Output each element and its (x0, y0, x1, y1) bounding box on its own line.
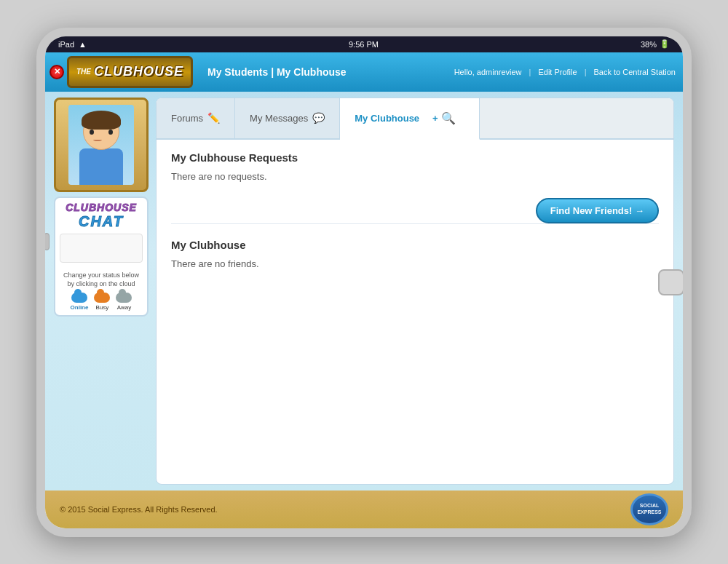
search-person-icon: 🔍 (441, 111, 456, 125)
chat-title-chat: CHAT (66, 213, 137, 229)
logo-wrapper: THE CLUBHOUSE (67, 56, 193, 88)
chat-status-text: Change your status below by clicking on … (60, 271, 143, 288)
nav-breadcrumb: My Students | My Clubhouse (207, 66, 454, 78)
chat-title: CLUBHOUSE CHAT (66, 202, 137, 229)
chat-title-clubhouse: CLUBHOUSE (66, 202, 137, 213)
badge-line1: SOCIAL (640, 503, 659, 509)
app-content: ✕ THE CLUBHOUSE My Students | My Clubhou… (45, 52, 683, 528)
status-away-label: Away (117, 304, 131, 311)
requests-section: My Clubhouse Requests There are no reque… (171, 151, 659, 182)
avatar-figure (68, 105, 134, 185)
cloud-away-icon (116, 293, 132, 303)
time-display: 9:56 PM (349, 40, 379, 49)
tab-clubhouse[interactable]: My Clubhouse + 🔍 (340, 98, 479, 140)
chat-box: CLUBHOUSE CHAT Change your status below … (54, 196, 149, 317)
tabs-bar: Forums ✏️ My Messages 💬 My Clubhouse + 🔍 (157, 98, 673, 140)
tab-forums[interactable]: Forums ✏️ (157, 98, 235, 138)
nav-links: Hello, adminreview | Edit Profile | Back… (454, 68, 676, 76)
device-label: iPad (58, 40, 74, 49)
close-button[interactable]: ✕ (50, 65, 64, 79)
status-online-label: Online (71, 304, 89, 311)
battery-display: 38% (641, 40, 657, 49)
status-options: Online Busy Away (71, 293, 132, 311)
tab-content: My Clubhouse Requests There are no reque… (157, 140, 673, 484)
volume-button[interactable] (44, 233, 50, 250)
cloud-online-icon (71, 293, 87, 303)
requests-title: My Clubhouse Requests (171, 151, 659, 164)
cloud-busy-icon (94, 293, 110, 303)
nav-sep-1: | (529, 68, 531, 76)
status-bar: iPad ▲ 9:56 PM 38% 🔋 (45, 36, 683, 52)
logo-clubhouse: CLUBHOUSE (94, 64, 183, 79)
footer: © 2015 Social Express. All Rights Reserv… (45, 490, 683, 528)
find-friends-button[interactable]: Find New Friends! → (536, 198, 659, 223)
main-body: CLUBHOUSE CHAT Change your status below … (45, 92, 683, 490)
section-divider (171, 223, 659, 224)
social-express-badge: SOCIAL EXPRESS (630, 493, 668, 525)
wifi-icon: ▲ (79, 40, 87, 49)
add-person-icon: + (432, 113, 438, 124)
tablet-frame: iPad ▲ 9:56 PM 38% 🔋 ✕ THE CLUBHOUSE My … (36, 28, 692, 537)
top-nav: ✕ THE CLUBHOUSE My Students | My Clubhou… (45, 52, 683, 92)
copyright-text: © 2015 Social Express. All Rights Reserv… (60, 505, 218, 514)
badge-line2: EXPRESS (637, 509, 661, 515)
home-button[interactable] (658, 269, 684, 295)
requests-empty-text: There are no requests. (171, 171, 659, 182)
friends-title: My Clubhouse (171, 239, 659, 251)
avatar-box (54, 98, 149, 192)
left-panel: CLUBHOUSE CHAT Change your status below … (54, 98, 149, 485)
messages-label: My Messages (250, 113, 308, 124)
status-busy-label: Busy (96, 304, 109, 311)
status-away[interactable]: Away (116, 293, 132, 311)
tab-messages[interactable]: My Messages 💬 (235, 98, 340, 138)
status-online[interactable]: Online (71, 293, 89, 311)
edit-profile-link[interactable]: Edit Profile (538, 68, 577, 76)
right-panel: Forums ✏️ My Messages 💬 My Clubhouse + 🔍 (156, 98, 674, 485)
clubhouse-tab-label: My Clubhouse (355, 113, 419, 124)
logo-the: THE (76, 68, 91, 76)
logo-area: THE CLUBHOUSE (67, 56, 193, 88)
cloud-chat-icon: 💬 (312, 112, 325, 124)
pencil-icon: ✏️ (207, 112, 220, 124)
nav-sep-2: | (585, 68, 587, 76)
friends-section: My Clubhouse There are no friends. (171, 239, 659, 269)
back-link[interactable]: Back to Central Station (593, 68, 676, 76)
hello-text: Hello, adminreview (454, 68, 522, 76)
friends-empty-text: There are no friends. (171, 258, 659, 269)
battery-icon: 🔋 (660, 39, 670, 49)
add-friend-button[interactable]: + 🔍 (424, 106, 464, 131)
forums-label: Forums (171, 113, 203, 124)
status-busy[interactable]: Busy (94, 293, 110, 311)
